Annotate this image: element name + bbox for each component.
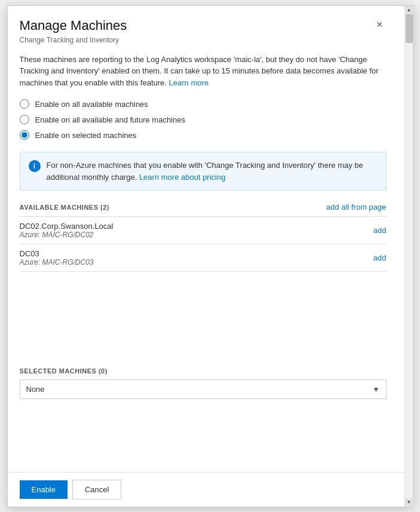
selected-section-title: SELECTED MACHINES (0) (20, 367, 108, 375)
radio-future-label: Enable on all available and future machi… (35, 115, 186, 124)
available-machines-header: AVAILABLE MACHINES (2) add all from page (20, 203, 387, 211)
learn-more-pricing-link[interactable]: Learn more about pricing (139, 173, 226, 182)
add-machine-2-link[interactable]: add (373, 253, 387, 262)
close-button[interactable]: × (373, 18, 387, 31)
machine-azure-2: Azure: MAIC-RG/DC03 (20, 258, 361, 266)
selected-value: None (26, 385, 45, 394)
dialog-title: Manage Machines (20, 18, 127, 33)
radio-selected-label: Enable on selected machines (35, 131, 137, 140)
radio-group: Enable on all available machines Enable … (20, 99, 387, 140)
table-row: DC02.Corp.Swanson.Local Azure: MAIC-RG/D… (20, 217, 387, 244)
learn-more-link[interactable]: Learn more (169, 78, 209, 87)
info-icon: i (29, 160, 41, 172)
radio-future-item[interactable]: Enable on all available and future machi… (20, 115, 387, 124)
selected-machines-header: SELECTED MACHINES (0) (20, 367, 387, 375)
selected-dropdown[interactable]: None ▼ (20, 379, 387, 399)
info-text: For non-Azure machines that you enable w… (47, 160, 378, 183)
scroll-up-arrow[interactable]: ▲ (405, 6, 413, 14)
machine-info-1: DC02.Corp.Swanson.Local Azure: MAIC-RG/D… (20, 222, 361, 239)
scroll-down-arrow[interactable]: ▼ (405, 498, 413, 507)
description-text: These machines are reporting to the Log … (20, 54, 387, 89)
manage-machines-dialog: Manage Machines × Change Tracking and In… (7, 5, 413, 507)
radio-selected-item[interactable]: Enable on selected machines (20, 130, 387, 140)
scrollbar[interactable]: ▲ ▼ (404, 6, 413, 507)
add-all-link[interactable]: add all from page (326, 203, 386, 211)
machine-list: DC02.Corp.Swanson.Local Azure: MAIC-RG/D… (20, 216, 387, 272)
radio-all-item[interactable]: Enable on all available machines (20, 99, 387, 109)
dialog-content: Manage Machines × Change Tracking and In… (8, 6, 404, 472)
radio-all-label: Enable on all available machines (35, 100, 148, 109)
selected-section: SELECTED MACHINES (0) None ▼ (20, 361, 387, 399)
enable-button[interactable]: Enable (20, 480, 68, 499)
add-machine-1-link[interactable]: add (373, 226, 387, 235)
machine-azure-1: Azure: MAIC-RG/DC02 (20, 231, 361, 239)
radio-future-input[interactable] (20, 115, 29, 124)
radio-all-input[interactable] (20, 99, 29, 109)
info-box: i For non-Azure machines that you enable… (20, 152, 387, 191)
spacer (20, 284, 387, 355)
machine-name-1: DC02.Corp.Swanson.Local (20, 222, 361, 231)
machine-info-2: DC03 Azure: MAIC-RG/DC03 (20, 249, 361, 266)
available-section-title: AVAILABLE MACHINES (2) (20, 204, 110, 211)
cancel-button[interactable]: Cancel (72, 480, 121, 499)
radio-selected-input[interactable] (20, 130, 29, 140)
dialog-subtitle: Change Tracking and Inventory (20, 36, 387, 44)
dialog-header: Manage Machines × (20, 18, 387, 33)
machine-name-2: DC03 (20, 249, 361, 258)
table-row: DC03 Azure: MAIC-RG/DC03 add (20, 244, 387, 272)
dialog-footer: Enable Cancel (8, 472, 404, 507)
chevron-down-icon: ▼ (373, 385, 380, 394)
